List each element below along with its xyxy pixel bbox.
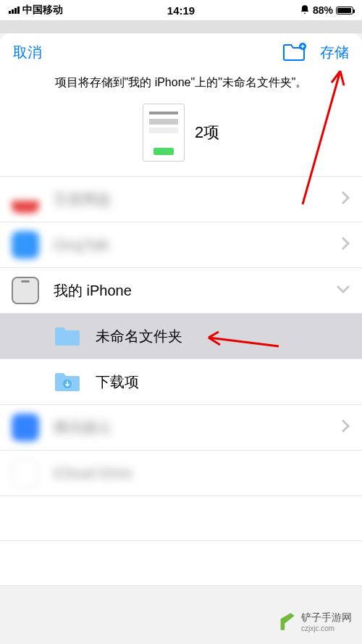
status-bar: 中国移动 14:19 88%	[0, 0, 362, 20]
new-folder-icon[interactable]	[282, 40, 307, 64]
empty-row	[0, 496, 362, 541]
location-row[interactable]: 腾讯微云	[0, 405, 362, 451]
preview-thumbnail	[143, 104, 185, 162]
sheet-backdrop	[0, 20, 362, 33]
app-icon	[12, 459, 39, 487]
watermark: 铲子手游网 czjxjc.com	[277, 611, 352, 632]
battery-percent: 88%	[313, 4, 333, 16]
chevron-right-icon	[341, 191, 350, 208]
folder-row-downloads[interactable]: 下载项	[0, 359, 362, 405]
folder-icon	[54, 325, 81, 347]
carrier-label: 中国移动	[22, 4, 63, 17]
app-icon	[12, 185, 39, 213]
sheet-header: 取消 存储	[0, 33, 362, 71]
save-button[interactable]: 存储	[320, 43, 349, 62]
status-time: 14:19	[167, 4, 195, 17]
chevron-right-icon	[341, 419, 350, 436]
watermark-url: czjxjc.com	[301, 624, 352, 632]
location-label: 百度网盘	[54, 190, 341, 209]
chevron-down-icon	[336, 284, 350, 297]
app-icon	[12, 414, 39, 441]
folder-label: 下载项	[96, 372, 350, 392]
folder-label: 未命名文件夹	[96, 327, 350, 346]
alarm-icon	[300, 4, 310, 17]
location-list: 百度网盘 DingTalk 我的 iPhone 未命名文件夹 下载项	[0, 176, 362, 586]
info-text: 项目将存储到"我的 iPhone"上的"未命名文件夹"。	[0, 71, 362, 99]
location-label: DingTalk	[54, 237, 341, 254]
iphone-icon	[12, 277, 39, 304]
app-icon	[12, 231, 39, 259]
watermark-name: 铲子手游网	[301, 611, 352, 624]
location-label: 我的 iPhone	[54, 281, 336, 301]
item-count: 2项	[195, 122, 219, 143]
folder-icon	[54, 371, 81, 393]
empty-row	[0, 541, 362, 586]
battery-icon	[336, 7, 353, 14]
save-sheet: 取消 存储 项目将存储到"我的 iPhone"上的"未命名文件夹"。 2项 百度…	[0, 33, 362, 586]
watermark-logo-icon	[277, 612, 297, 632]
location-row[interactable]: 百度网盘	[0, 177, 362, 222]
location-label: iCloud Drive	[54, 465, 350, 482]
folder-row-unnamed[interactable]: 未命名文件夹	[0, 314, 362, 359]
chevron-right-icon	[341, 236, 350, 254]
location-row[interactable]: iCloud Drive	[0, 451, 362, 496]
location-label: 腾讯微云	[54, 418, 341, 438]
location-row[interactable]: DingTalk	[0, 222, 362, 268]
location-row-my-iphone[interactable]: 我的 iPhone	[0, 268, 362, 314]
preview-row: 2项	[0, 99, 362, 176]
signal-icon	[9, 7, 20, 14]
cancel-button[interactable]: 取消	[13, 43, 42, 62]
